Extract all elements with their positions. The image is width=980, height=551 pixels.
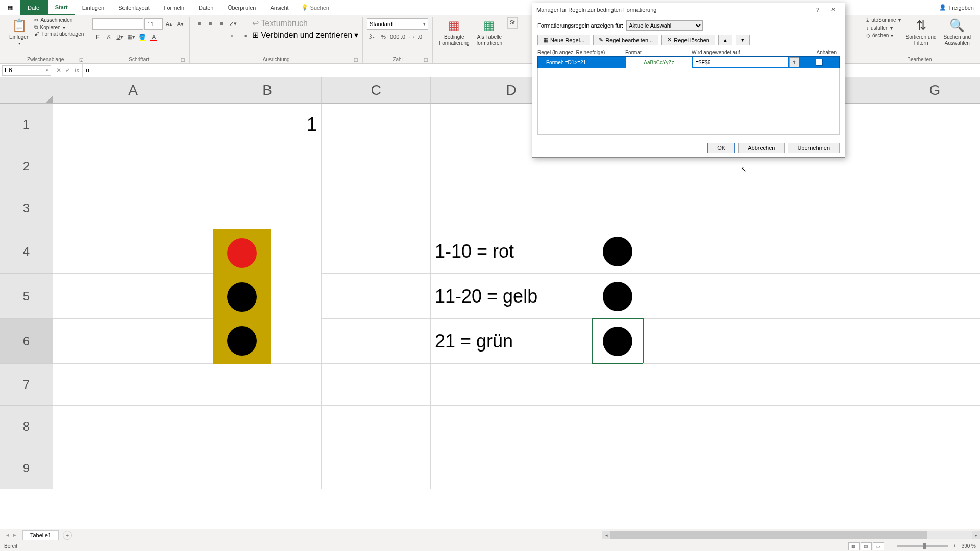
col-header-c[interactable]: C [322, 77, 431, 104]
cell-a8[interactable] [53, 406, 213, 447]
font-name-input[interactable] [92, 18, 143, 30]
tab-view[interactable]: Ansicht [263, 0, 296, 15]
row-header-1[interactable]: 1 [0, 104, 53, 145]
tab-review[interactable]: Überprüfen [220, 0, 263, 15]
cell-c7[interactable] [322, 364, 431, 406]
cell-f8[interactable] [643, 406, 854, 447]
page-break-view-button[interactable]: ▭ [873, 542, 884, 550]
col-header-a[interactable]: A [53, 77, 213, 104]
format-painter-button[interactable]: 🖌 Format übertragen [34, 31, 84, 37]
decrease-decimal-button[interactable]: ←.0 [412, 32, 422, 42]
percent-button[interactable]: % [378, 32, 388, 42]
cell-a2[interactable] [53, 145, 213, 187]
cancel-button[interactable]: Abbrechen [738, 143, 785, 153]
page-layout-view-button[interactable]: ▤ [861, 542, 872, 550]
align-right-button[interactable]: ≡ [216, 31, 227, 41]
cell-g6[interactable] [854, 319, 980, 364]
cell-d3[interactable] [431, 187, 592, 229]
cell-d5[interactable]: 11-20 = gelb [431, 274, 592, 319]
rule-range-input[interactable] [693, 57, 788, 67]
edit-rule-button[interactable]: ✎ Regel bearbeiten... [593, 35, 658, 45]
cell-e7[interactable] [592, 364, 643, 406]
cell-e3[interactable] [592, 187, 643, 229]
cell-c8[interactable] [322, 406, 431, 447]
name-box[interactable]: E6 [2, 65, 51, 76]
align-launcher-icon[interactable]: ◱ [354, 57, 358, 62]
comma-button[interactable]: 000 [389, 32, 400, 42]
tab-formulas[interactable]: Formeln [157, 0, 191, 15]
sort-filter-button[interactable]: ⇅Sortieren und Filtern [904, 17, 939, 47]
clipboard-launcher-icon[interactable]: ◱ [79, 57, 84, 62]
share-button[interactable]: 👤Freigeben [939, 4, 974, 11]
tab-insert[interactable]: Einfügen [75, 0, 111, 15]
align-bottom-button[interactable]: ≡ [216, 18, 227, 29]
cell-c4[interactable] [322, 229, 431, 274]
cell-e9[interactable] [592, 447, 643, 489]
cell-g9[interactable] [854, 447, 980, 489]
cell-g8[interactable] [854, 406, 980, 447]
cell-f3[interactable] [643, 187, 854, 229]
underline-button[interactable]: U▾ [115, 32, 125, 42]
stop-if-true-checkbox[interactable] [816, 59, 823, 66]
tab-home[interactable]: Start [48, 0, 75, 15]
cell-c9[interactable] [322, 447, 431, 489]
cancel-formula-icon[interactable]: ✕ [56, 67, 61, 74]
copy-button[interactable]: ⧉ Kopieren ▾ [34, 24, 84, 30]
dialog-help-button[interactable]: ? [810, 7, 825, 13]
cell-a5[interactable] [53, 274, 213, 319]
cell-g7[interactable] [854, 364, 980, 406]
range-picker-button[interactable]: ↥ [789, 57, 799, 67]
horizontal-scrollbar[interactable]: ◂▸ [602, 531, 980, 539]
formula-input[interactable] [82, 64, 980, 77]
normal-view-button[interactable]: ▦ [848, 542, 860, 550]
orientation-button[interactable]: ⤢▾ [228, 18, 238, 29]
fill-button[interactable]: ↓ usfüllen ▾ [866, 25, 901, 31]
dialog-close-button[interactable]: ✕ [825, 6, 841, 13]
cell-b3[interactable] [213, 187, 322, 229]
cell-e5[interactable] [592, 274, 643, 319]
cell-c2[interactable] [322, 145, 431, 187]
cell-a3[interactable] [53, 187, 213, 229]
cell-f5[interactable] [643, 274, 854, 319]
cell-g4[interactable] [854, 229, 980, 274]
cell-b1[interactable]: 1 [213, 104, 322, 145]
find-select-button[interactable]: 🔍Suchen und Auswählen [942, 17, 973, 47]
row-header-2[interactable]: 2 [0, 145, 53, 187]
font-launcher-icon[interactable]: ◱ [181, 57, 185, 62]
cell-e8[interactable] [592, 406, 643, 447]
paste-button[interactable]: 📋Einfügen▾ [7, 17, 31, 47]
bold-button[interactable]: F [92, 32, 103, 42]
cell-b2[interactable] [213, 145, 322, 187]
delete-rule-button[interactable]: ✕ Regel löschen [662, 35, 715, 45]
cell-f6[interactable] [643, 319, 854, 364]
sheet-nav-next-icon[interactable]: ▸ [13, 532, 16, 538]
add-sheet-button[interactable]: + [63, 531, 72, 540]
grow-font-button[interactable]: A▴ [164, 19, 174, 29]
cell-d7[interactable] [431, 364, 592, 406]
cell-c1[interactable] [322, 104, 431, 145]
cell-a1[interactable] [53, 104, 213, 145]
font-color-button[interactable]: A [149, 32, 159, 42]
cell-d6[interactable]: 21 = grün [431, 319, 592, 364]
cell-g1[interactable] [854, 104, 980, 145]
italic-button[interactable]: K [104, 32, 114, 42]
cell-f9[interactable] [643, 447, 854, 489]
row-header-6[interactable]: 6 [0, 319, 53, 364]
merge-button[interactable]: ⊞ Verbinden und zentrieren ▾ [252, 30, 358, 40]
currency-button[interactable]: ₿▾ [367, 32, 377, 42]
zoom-slider[interactable] [897, 545, 948, 547]
autosum-button[interactable]: Σ utoSumme ▾ [866, 17, 901, 23]
cell-a7[interactable] [53, 364, 213, 406]
traffic-light-shape[interactable] [213, 229, 271, 364]
fill-color-button[interactable]: 🪣 [137, 32, 148, 42]
row-header-4[interactable]: 4 [0, 229, 53, 274]
move-rule-down-button[interactable]: ▾ [736, 35, 750, 45]
row-header-3[interactable]: 3 [0, 187, 53, 229]
col-header-g[interactable]: G [854, 77, 980, 104]
col-header-b[interactable]: B [213, 77, 322, 104]
cell-e4[interactable] [592, 229, 643, 274]
rule-row[interactable]: Formel: =D1>=21 AaBbCcYyZz ↥ [537, 56, 840, 68]
cell-b8[interactable] [213, 406, 322, 447]
border-button[interactable]: ▦▾ [126, 32, 136, 42]
cell-a6[interactable] [53, 319, 213, 364]
